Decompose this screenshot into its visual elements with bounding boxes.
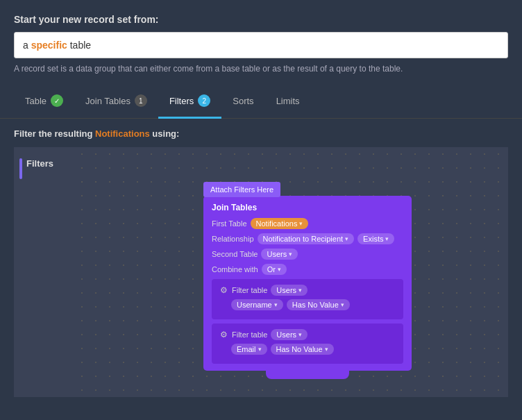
sub-card-1: ⚙ Filter table Users ▾ Username ▾ (212, 279, 403, 319)
tab-join-tables[interactable]: Join Tables 1 (74, 85, 158, 119)
input-suffix: table (67, 40, 91, 51)
sub-card-1-condition-pill[interactable]: Has No Value ▾ (287, 299, 350, 310)
table-tab-label: Table (25, 96, 47, 106)
table-check-icon: ✓ (51, 94, 63, 107)
sub-card-2-filter-label: Filter table (232, 330, 267, 339)
input-prefix: a (23, 40, 31, 51)
second-table-row: Second Table Users ▾ (212, 249, 403, 260)
tab-limits[interactable]: Limits (265, 86, 311, 118)
attach-filters-btn[interactable]: Attach Filters Here (203, 182, 280, 197)
filter-card: Join Tables First Table Notifications ▾ … (203, 196, 412, 371)
relationship-pill[interactable]: Notification to Recipient ▾ (258, 233, 355, 244)
relationship-row: Relationship Notification to Recipient ▾… (212, 233, 403, 244)
combine-with-label: Combine with (212, 265, 258, 274)
tabs-bar: Table ✓ Join Tables 1 Filters 2 Sorts Li… (0, 85, 522, 119)
sub-card-2-gear-icon[interactable]: ⚙ (219, 330, 228, 339)
sub-card-1-filter-label: Filter table (232, 286, 267, 294)
combine-with-row: Combine with Or ▾ (212, 264, 403, 275)
sub-card-2-condition-pill[interactable]: Has No Value ▾ (271, 344, 334, 355)
join-tables-tab-label: Join Tables (85, 96, 130, 106)
sub-card-1-condition-row: Username ▾ Has No Value ▾ (219, 299, 396, 310)
second-table-pill[interactable]: Users ▾ (261, 249, 298, 260)
exists-pill[interactable]: Exists ▾ (357, 233, 394, 244)
sub-card-1-field-pill[interactable]: Username ▾ (231, 299, 283, 310)
sidebar-panel: Filters (14, 147, 75, 397)
second-table-label: Second Table (212, 250, 258, 258)
combine-with-pill[interactable]: Or ▾ (262, 264, 287, 275)
canvas-area[interactable]: Attach Filters Here Join Tables First Ta… (75, 147, 508, 397)
content-area: Filter the resulting Notifications using… (0, 119, 522, 397)
filters-badge: 2 (198, 94, 210, 107)
first-table-row: First Table Notifications ▾ (212, 218, 403, 229)
tab-sorts[interactable]: Sorts (221, 86, 264, 118)
input-highlight: specific (31, 40, 67, 51)
sidebar-label: Filters (26, 158, 53, 169)
tab-table[interactable]: Table ✓ (14, 85, 74, 119)
record-set-hint: A record set is a data group that can ei… (14, 64, 508, 74)
record-set-input-display[interactable]: a specific table (14, 32, 508, 58)
record-set-label: Start your new record set from: (14, 14, 508, 25)
sub-card-2: ⚙ Filter table Users ▾ Email ▾ (212, 324, 403, 364)
filter-card-title: Join Tables (212, 203, 403, 212)
sub-card-1-filter-row: ⚙ Filter table Users ▾ (219, 285, 396, 296)
first-table-label: First Table (212, 219, 247, 228)
sub-card-2-table-pill[interactable]: Users ▾ (271, 329, 308, 340)
sorts-tab-label: Sorts (233, 96, 253, 106)
sub-card-2-field-pill[interactable]: Email ▾ (231, 344, 267, 355)
main-panel: Filters Attach Filters Here Join Tables … (14, 147, 508, 397)
sub-card-1-gear-icon[interactable]: ⚙ (219, 285, 228, 295)
filters-tab-label: Filters (169, 96, 194, 106)
join-tables-badge: 1 (135, 94, 147, 107)
sub-card-2-condition-row: Email ▾ Has No Value ▾ (219, 344, 396, 355)
tab-filters[interactable]: Filters 2 (158, 85, 221, 119)
bottom-handle (266, 368, 349, 379)
limits-tab-label: Limits (276, 96, 300, 106)
relationship-label: Relationship (212, 235, 254, 243)
filter-heading: Filter the resulting Notifications using… (14, 128, 508, 139)
sub-card-2-filter-row: ⚙ Filter table Users ▾ (219, 329, 396, 340)
first-table-pill[interactable]: Notifications ▾ (251, 218, 309, 229)
sidebar-indicator (19, 158, 22, 179)
top-section: Start your new record set from: a specif… (0, 0, 522, 85)
sub-card-1-table-pill[interactable]: Users ▾ (271, 285, 308, 296)
